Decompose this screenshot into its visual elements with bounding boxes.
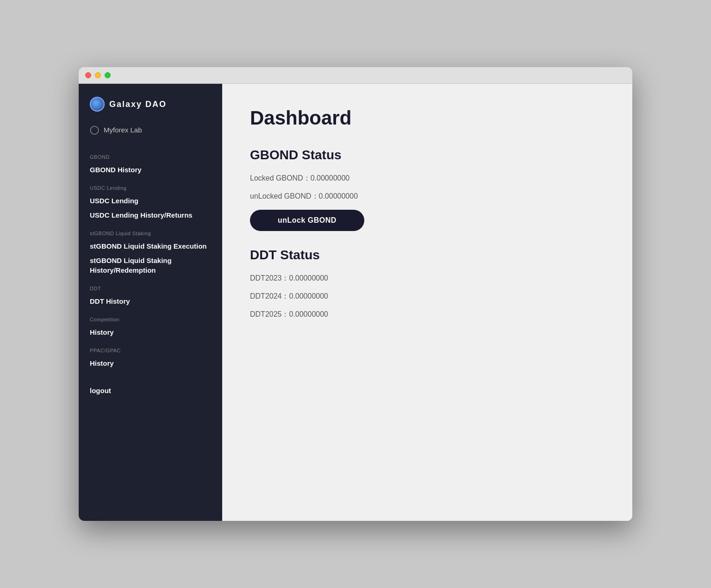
sidebar-section-competition: Competition History bbox=[79, 317, 222, 339]
sidebar: Galaxy DAO ◯ Myforex Lab GBOND GBOND His… bbox=[79, 84, 222, 521]
user-label: Myforex Lab bbox=[104, 126, 142, 134]
gbond-section-title: GBOND Status bbox=[250, 148, 605, 163]
sidebar-item-ddt-history[interactable]: DDT History bbox=[90, 294, 211, 308]
sidebar-section-stgbond: stGBOND Liquid Staking stGBOND Liquid St… bbox=[79, 231, 222, 277]
sidebar-section-ppac: PPAC/GPAC History bbox=[79, 348, 222, 370]
ddt-section-title: DDT Status bbox=[250, 248, 605, 263]
logout-button[interactable]: logout bbox=[90, 383, 211, 398]
page-title: Dashboard bbox=[250, 107, 605, 129]
sidebar-item-stgbond-execution[interactable]: stGBOND Liquid Staking Execution bbox=[90, 239, 211, 253]
section-label-usdc: USDC Lending bbox=[90, 185, 211, 191]
app-window: Galaxy DAO ◯ Myforex Lab GBOND GBOND His… bbox=[79, 67, 632, 521]
close-button[interactable] bbox=[85, 72, 91, 78]
ddt2023-label: DDT2023：0.00000000 bbox=[250, 274, 605, 283]
locked-gbond-label: Locked GBOND：0.00000000 bbox=[250, 174, 605, 183]
gbond-status-section: GBOND Status Locked GBOND：0.00000000 unL… bbox=[250, 148, 605, 248]
section-label-competition: Competition bbox=[90, 317, 211, 322]
logo-text: Galaxy DAO bbox=[109, 100, 167, 109]
sidebar-item-competition-history[interactable]: History bbox=[90, 325, 211, 339]
maximize-button[interactable] bbox=[105, 72, 111, 78]
section-label-stgbond: stGBOND Liquid Staking bbox=[90, 231, 211, 236]
sidebar-section-ddt: DDT DDT History bbox=[79, 286, 222, 308]
unlocked-gbond-label: unLocked GBOND：0.00000000 bbox=[250, 192, 605, 201]
sidebar-section-logout: logout bbox=[79, 372, 222, 398]
section-label-ppac: PPAC/GPAC bbox=[90, 348, 211, 353]
app-body: Galaxy DAO ◯ Myforex Lab GBOND GBOND His… bbox=[79, 84, 632, 521]
sidebar-item-usdc-history[interactable]: USDC Lending History/Returns bbox=[90, 208, 211, 222]
user-icon: ◯ bbox=[90, 125, 99, 135]
ddt-status-section: DDT Status DDT2023：0.00000000 DDT2024：0.… bbox=[250, 248, 605, 319]
sidebar-item-gbond-history[interactable]: GBOND History bbox=[90, 163, 211, 177]
sidebar-logo: Galaxy DAO bbox=[79, 84, 222, 123]
unlock-gbond-button[interactable]: unLock GBOND bbox=[250, 210, 364, 231]
logo-icon bbox=[90, 97, 105, 112]
sidebar-section-usdc: USDC Lending USDC Lending USDC Lending H… bbox=[79, 185, 222, 222]
main-content: Dashboard GBOND Status Locked GBOND：0.00… bbox=[222, 84, 632, 521]
sidebar-section-gbond: GBOND GBOND History bbox=[79, 154, 222, 177]
ddt2024-label: DDT2024：0.00000000 bbox=[250, 292, 605, 301]
sidebar-item-ppac-history[interactable]: History bbox=[90, 356, 211, 370]
section-label-gbond: GBOND bbox=[90, 154, 211, 160]
titlebar bbox=[79, 67, 632, 84]
sidebar-user: ◯ Myforex Lab bbox=[79, 123, 222, 146]
minimize-button[interactable] bbox=[95, 72, 101, 78]
sidebar-item-stgbond-history[interactable]: stGBOND Liquid Staking History/Redemptio… bbox=[90, 253, 211, 277]
ddt2025-label: DDT2025：0.00000000 bbox=[250, 310, 605, 319]
sidebar-item-usdc-lending[interactable]: USDC Lending bbox=[90, 194, 211, 208]
section-label-ddt: DDT bbox=[90, 286, 211, 291]
